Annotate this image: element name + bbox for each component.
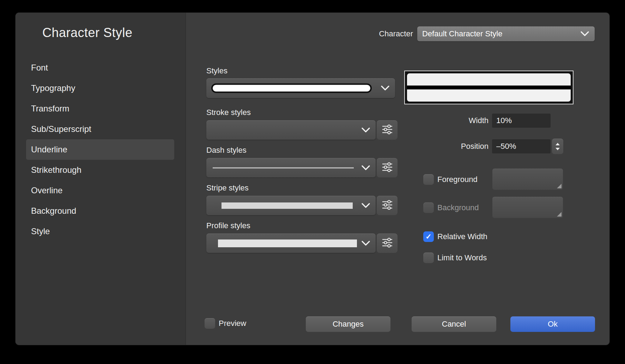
stripe-styles-label: Stripe styles [206, 183, 249, 193]
sidebar-item-underline[interactable]: Underline [26, 139, 174, 160]
position-input[interactable] [492, 139, 551, 153]
color-well-corner-icon [557, 184, 562, 188]
character-style-dropdown[interactable]: Default Character Style [417, 26, 595, 41]
sidebar-nav: Font Typography Transform Sub/Superscrip… [26, 57, 174, 242]
stroke-style-edit-button[interactable] [377, 120, 398, 140]
foreground-label: Foreground [437, 174, 478, 185]
stepper-up-icon [556, 143, 560, 145]
background-label: Background [437, 202, 479, 213]
width-label: Width [433, 114, 489, 128]
stroke-styles-dropdown[interactable] [206, 120, 376, 140]
sidebar-item-label: Sub/Superscript [31, 124, 91, 134]
sidebar-item-sub-superscript[interactable]: Sub/Superscript [26, 119, 174, 139]
profile-style-edit-button[interactable] [377, 233, 398, 253]
dash-styles-label: Dash styles [206, 145, 247, 156]
chevron-down-icon [362, 127, 370, 133]
stripe-style-sample [222, 202, 353, 209]
sidebar-item-label: Background [31, 206, 76, 216]
sidebar: Character Style Font Typography Transfor… [16, 13, 186, 345]
screen-background: Character Style Font Typography Transfor… [0, 0, 625, 364]
color-well-corner-icon [557, 212, 562, 217]
character-style-dialog: Character Style Font Typography Transfor… [16, 13, 609, 345]
underline-preview [404, 71, 574, 104]
ok-button[interactable]: Ok [510, 316, 595, 332]
position-label: Position [433, 139, 489, 153]
changes-button[interactable]: Changes [306, 316, 390, 332]
sidebar-item-label: Style [31, 226, 50, 236]
underline-style-sample [211, 84, 372, 93]
sidebar-item-strikethrough[interactable]: Strikethrough [26, 160, 174, 180]
underline-preview-line [407, 86, 571, 90]
character-label: Character [341, 26, 413, 41]
sidebar-item-background[interactable]: Background [26, 201, 174, 221]
sliders-icon [382, 124, 393, 136]
sidebar-item-transform[interactable]: Transform [26, 98, 174, 119]
profile-styles-label: Profile styles [206, 220, 250, 231]
sidebar-item-style[interactable]: Style [26, 221, 174, 242]
background-checkbox[interactable] [423, 202, 434, 213]
chevron-down-icon [362, 241, 370, 246]
sidebar-item-font[interactable]: Font [26, 57, 174, 78]
background-color-well[interactable] [492, 197, 563, 218]
chevron-down-icon [362, 203, 370, 208]
dash-styles-dropdown[interactable] [206, 158, 376, 177]
sidebar-item-label: Overline [31, 186, 62, 195]
stroke-styles-label: Stroke styles [206, 107, 251, 118]
dash-style-edit-button[interactable] [377, 158, 398, 177]
cancel-button[interactable]: Cancel [412, 316, 496, 332]
position-stepper[interactable] [552, 139, 563, 154]
chevron-down-icon [362, 165, 370, 170]
sliders-icon [382, 237, 393, 249]
preview-checkbox[interactable] [205, 318, 215, 329]
chevron-down-icon [581, 31, 589, 37]
limit-to-words-label: Limit to Words [437, 253, 487, 263]
sidebar-item-label: Strikethrough [31, 165, 81, 175]
sidebar-item-label: Underline [31, 145, 67, 154]
character-style-value: Default Character Style [422, 26, 502, 41]
preview-label: Preview [219, 318, 246, 329]
dash-style-sample [213, 167, 354, 168]
stepper-down-icon [556, 148, 560, 150]
chevron-down-icon [381, 86, 389, 91]
sidebar-item-typography[interactable]: Typography [26, 78, 174, 98]
sidebar-item-label: Font [31, 63, 48, 73]
profile-style-sample [218, 239, 357, 247]
main-panel: Character Default Character Style Styles… [186, 13, 609, 345]
dialog-title: Character Style [42, 25, 133, 40]
limit-to-words-checkbox[interactable] [423, 253, 434, 263]
stripe-styles-dropdown[interactable] [206, 196, 376, 215]
foreground-color-well[interactable] [492, 169, 563, 190]
profile-styles-dropdown[interactable] [206, 233, 376, 253]
underline-preview-canvas [407, 73, 571, 102]
sidebar-item-overline[interactable]: Overline [26, 180, 174, 201]
relative-width-label: Relative Width [437, 231, 487, 242]
stripe-style-edit-button[interactable] [377, 196, 398, 215]
sidebar-item-label: Transform [31, 104, 69, 114]
sidebar-item-label: Typography [31, 83, 75, 93]
styles-label: Styles [206, 66, 227, 76]
width-input[interactable] [492, 114, 551, 128]
foreground-checkbox[interactable] [423, 174, 434, 185]
relative-width-checkbox[interactable] [423, 231, 434, 242]
sliders-icon [382, 162, 393, 174]
sliders-icon [382, 200, 393, 211]
styles-dropdown[interactable] [206, 78, 395, 98]
